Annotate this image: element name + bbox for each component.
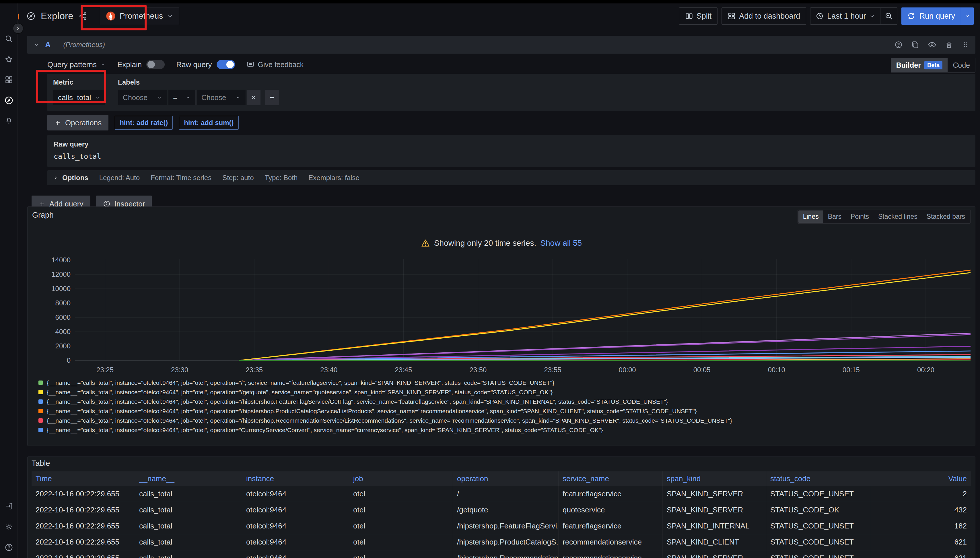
table-cell: 621: [871, 550, 971, 558]
graph-mode-stacked-bars[interactable]: Stacked bars: [922, 210, 970, 223]
column-header-spankind[interactable]: span_kind: [663, 471, 766, 486]
legend-item[interactable]: {__name__="calls_total", instance="otelc…: [38, 406, 970, 416]
table-cell: SPAN_KIND_SERVER: [663, 550, 766, 558]
explore-compass-icon[interactable]: [4, 96, 13, 105]
share-icon[interactable]: [79, 12, 87, 20]
bell-icon[interactable]: [5, 116, 13, 125]
graph-legend: {__name__="calls_total", instance="otelc…: [38, 378, 970, 437]
options-expander[interactable]: Options: [53, 174, 88, 182]
zoom-out-time-button[interactable]: [880, 8, 897, 25]
metric-labels-row: Metric calls_total Labels Choose =: [47, 74, 975, 111]
builder-tab[interactable]: Builder Beta: [891, 58, 947, 72]
table-cell: otel: [349, 486, 453, 502]
column-header-job[interactable]: job: [349, 471, 453, 486]
options-collapsed-bar[interactable]: Options Legend: AutoFormat: Time seriesS…: [47, 170, 975, 185]
nav-sidebar: [0, 3, 18, 558]
trash-icon[interactable]: [945, 40, 953, 49]
gear-icon[interactable]: [5, 522, 13, 531]
column-header-value[interactable]: Value: [871, 471, 971, 486]
graph-mode-lines[interactable]: Lines: [798, 210, 823, 223]
table-cell: /getquote: [453, 502, 559, 518]
query-patterns-dropdown[interactable]: Query patterns: [47, 60, 106, 69]
legend-item[interactable]: {__name__="calls_total", instance="otelc…: [38, 387, 970, 397]
drag-handle-icon[interactable]: [962, 40, 969, 49]
split-button[interactable]: Split: [679, 7, 718, 25]
sidebar-expand-button[interactable]: [13, 23, 23, 34]
table-panel-title: Table: [31, 459, 971, 468]
label-operator-select[interactable]: =: [168, 90, 196, 105]
raw-query-preview-value: calls_total: [54, 152, 969, 161]
table-cell: otelcol:9464: [242, 518, 349, 534]
add-label-filter-button[interactable]: [265, 90, 279, 105]
column-header-time[interactable]: Time: [31, 471, 135, 486]
run-query-dropdown[interactable]: [961, 7, 974, 25]
query-row-actions: [894, 40, 969, 49]
x-axis-tick: 23:25: [96, 366, 113, 374]
legend-item[interactable]: {__name__="calls_total", instance="otelc…: [38, 425, 970, 435]
query-editor: A (Prometheus): [27, 36, 975, 212]
table-cell: calls_total: [135, 534, 242, 550]
time-range-picker[interactable]: Last 1 hour: [811, 8, 880, 25]
give-feedback-button[interactable]: Give feedback: [247, 61, 304, 69]
graph-mode-points[interactable]: Points: [846, 210, 873, 223]
query-editor-toolbar: Query patterns Explain Raw query Give fe…: [47, 57, 975, 71]
search-icon[interactable]: [5, 34, 13, 43]
metric-select[interactable]: calls_total: [53, 90, 105, 105]
table-cell: featureflagservice: [559, 518, 663, 534]
eye-icon[interactable]: [928, 40, 936, 49]
table-cell: otel: [349, 534, 453, 550]
table-cell: 182: [871, 518, 971, 534]
hint-add-rate-button[interactable]: hint: add rate(): [115, 116, 173, 130]
help-icon[interactable]: [5, 543, 13, 552]
legend-item[interactable]: {__name__="calls_total", instance="otelc…: [38, 416, 970, 425]
legend-item[interactable]: {__name__="calls_total", instance="otelc…: [38, 378, 970, 387]
column-header-operation[interactable]: operation: [453, 471, 559, 486]
graph-mode-bars[interactable]: Bars: [823, 210, 846, 223]
graph-mode-stacked-lines[interactable]: Stacked lines: [873, 210, 922, 223]
table-cell: calls_total: [135, 502, 242, 518]
hint-add-sum-button[interactable]: hint: add sum(): [179, 116, 238, 130]
column-header-servicename[interactable]: service_name: [559, 471, 663, 486]
column-header-instance[interactable]: instance: [242, 471, 349, 486]
page-title: Explore: [41, 11, 74, 21]
run-query-button[interactable]: Run query: [901, 7, 961, 25]
label-operator-value: =: [173, 94, 177, 102]
remove-label-filter-button[interactable]: [247, 90, 260, 105]
labels-label: Labels: [118, 78, 279, 86]
chevron-down-icon[interactable]: [34, 42, 39, 48]
help-circle-icon[interactable]: [894, 40, 903, 49]
copy-icon[interactable]: [911, 40, 919, 49]
table-cell: otel: [349, 550, 453, 558]
add-operation-button[interactable]: Operations: [47, 115, 109, 130]
legend-item-clipped[interactable]: {__name__="calls_total", instance="otelc…: [38, 435, 970, 437]
show-all-series-link[interactable]: Show all 55: [540, 239, 582, 248]
plot-area[interactable]: [75, 257, 970, 364]
raw-query-toggle[interactable]: [217, 60, 235, 69]
explain-toggle[interactable]: [146, 60, 164, 69]
datasource-picker[interactable]: Prometheus: [100, 7, 179, 25]
star-icon[interactable]: [5, 55, 13, 64]
table-cell: /hipstershop.Recommendation...: [453, 550, 559, 558]
options-summary-item: Exemplars: false: [308, 174, 359, 182]
split-icon: [685, 12, 693, 20]
warning-triangle-icon: [421, 239, 430, 248]
label-key-select[interactable]: Choose: [118, 90, 167, 105]
metric-group: Metric calls_total: [53, 78, 105, 105]
graph-mode-switcher: LinesBarsPointsStacked linesStacked bars: [797, 210, 970, 224]
column-header-statuscode[interactable]: status_code: [766, 471, 871, 486]
add-to-dashboard-button[interactable]: Add to dashboard: [722, 7, 806, 25]
label-value-select[interactable]: Choose: [197, 90, 246, 105]
legend-item[interactable]: {__name__="calls_total", instance="otelc…: [38, 397, 970, 406]
y-axis-tick: 12000: [51, 271, 71, 279]
x-axis-tick: 23:35: [245, 366, 263, 374]
apps-icon[interactable]: [5, 75, 13, 84]
sign-in-icon[interactable]: [5, 502, 13, 510]
query-row-header[interactable]: A (Prometheus): [27, 36, 975, 54]
table-cell: calls_total: [135, 486, 242, 502]
chevron-down-icon: [869, 13, 875, 19]
table-cell: 2022-10-16 00:22:29.655: [31, 534, 135, 550]
query-datasource-hint: (Prometheus): [63, 41, 105, 49]
code-tab[interactable]: Code: [947, 58, 975, 72]
column-header-name[interactable]: __name__: [135, 471, 242, 486]
builder-code-switch: Builder Beta Code: [891, 57, 975, 72]
